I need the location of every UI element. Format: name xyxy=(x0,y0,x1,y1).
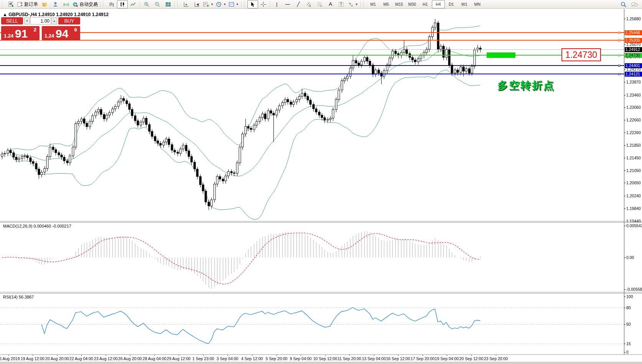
buy-price-display[interactable]: 1.24 94 6 xyxy=(42,26,80,40)
panel-splitter[interactable] xyxy=(0,292,642,292)
new-chart-button[interactable] xyxy=(5,0,16,8)
trendline-tool-button[interactable]: ╱ xyxy=(293,0,304,8)
chat-button[interactable] xyxy=(629,0,640,9)
sell-button[interactable]: SELL xyxy=(1,17,23,25)
templates-dropdown[interactable]: ▼ xyxy=(227,0,240,8)
signals-button[interactable] xyxy=(61,0,71,8)
price-tick-label: 1.23060 xyxy=(626,105,641,110)
price-tick-label: 1.21450 xyxy=(626,156,641,160)
indicators-dropdown[interactable]: ▼ xyxy=(202,0,215,8)
time-tick-label: 13 Sep 04:00 xyxy=(362,356,386,361)
pivot-highlight-rectangle[interactable] xyxy=(487,52,515,58)
rsi-label: RSI(14) 56.3867 xyxy=(3,295,34,299)
new-order-label: 新订单 xyxy=(24,1,38,8)
main-price-chart[interactable] xyxy=(0,11,624,221)
support-line-2[interactable] xyxy=(0,74,624,74)
rsi-indicator-panel[interactable] xyxy=(0,293,624,354)
timeframe-w1-button[interactable]: W1 xyxy=(458,0,471,8)
time-tick-label: 16 Sep 12:00 xyxy=(386,356,410,361)
turning-point-annotation[interactable]: 多空转折点 xyxy=(497,79,555,92)
autoscroll-button[interactable] xyxy=(181,0,191,8)
mql5-book-button[interactable] xyxy=(39,0,50,8)
time-tick-label: 5 Sep 20:00 xyxy=(266,356,288,361)
pivot-line[interactable] xyxy=(0,55,624,56)
fibonacci-tool-button[interactable]: F xyxy=(314,0,325,8)
zoom-in-button[interactable] xyxy=(141,0,152,8)
resistance-line-1[interactable] xyxy=(0,32,624,33)
resistance-line-2[interactable] xyxy=(0,40,624,41)
timeframe-m30-button[interactable]: M30 xyxy=(406,0,419,8)
time-tick-label: 23 Sep 20:00 xyxy=(484,356,508,361)
crosshair-tool-button[interactable] xyxy=(258,0,269,8)
label-tool-button[interactable]: T xyxy=(336,0,347,8)
volume-increase-button[interactable]: ▲ xyxy=(51,17,57,25)
timeframe-d1-button[interactable]: D1 xyxy=(445,0,458,8)
support-line-2-price-label: 1.24121 xyxy=(625,72,642,77)
support-line-1[interactable] xyxy=(0,65,624,66)
periods-dropdown[interactable]: ▼ xyxy=(215,0,227,8)
volume-input[interactable] xyxy=(30,17,51,25)
price-tick-label: 1.23870 xyxy=(626,80,641,84)
volume-decrease-button[interactable]: ▼ xyxy=(24,17,30,25)
rsi-tick-label: 80 xyxy=(626,305,631,310)
window-collapse-arrow[interactable]: ▲ xyxy=(3,12,7,17)
hline-tool-button[interactable]: — xyxy=(282,0,293,8)
time-tick-label: 29 Aug 12:00 xyxy=(167,356,191,361)
time-tick-label: 4 Sep 12:00 xyxy=(241,356,263,361)
timeframe-m5-button[interactable]: M5 xyxy=(380,0,393,8)
timeframe-mn-button[interactable]: MN xyxy=(471,0,484,8)
macd-tick-label: -0.005583 xyxy=(626,287,642,292)
tile-windows-button[interactable] xyxy=(163,0,173,8)
chart-shift-button[interactable] xyxy=(191,0,202,8)
rsi-tick-label: 15 xyxy=(626,341,631,346)
indicators-icon xyxy=(203,2,209,7)
arrows-dropdown[interactable]: ▼ xyxy=(347,0,359,8)
time-tick-label: 19 Sep 04:00 xyxy=(435,356,459,361)
macd-indicator-panel[interactable] xyxy=(0,222,624,292)
vline-tool-button[interactable]: | xyxy=(272,0,282,8)
resistance-line-2-handle[interactable] xyxy=(618,39,620,41)
bar-chart-mode-button[interactable] xyxy=(106,0,117,8)
channel-tool-button[interactable]: E xyxy=(304,0,314,8)
price-annotation-box[interactable]: 1.24730 xyxy=(561,48,601,61)
new-chart-icon xyxy=(8,2,14,7)
template-icon xyxy=(229,2,234,7)
macd-label: MACD(12,26,9) 0.000460 -0.000217 xyxy=(3,224,71,228)
text-tool-button[interactable]: A xyxy=(325,0,336,8)
time-tick-label: 26 Aug 20:00 xyxy=(118,356,142,361)
zoom-out-button[interactable] xyxy=(152,0,163,8)
zoom-out-icon xyxy=(155,2,160,7)
autotrade-label: 自动交易 xyxy=(79,1,98,8)
price-tick-label: 1.24670 xyxy=(626,54,641,59)
community-button[interactable] xyxy=(50,0,61,8)
mql5-book-icon xyxy=(42,2,48,7)
candle-chart-icon xyxy=(120,2,125,7)
buy-button[interactable]: BUY xyxy=(58,17,80,25)
resistance-line-1-handle[interactable] xyxy=(618,32,620,34)
timeframe-h1-button[interactable]: H1 xyxy=(419,0,432,8)
new-order-button[interactable]: 新订单 xyxy=(16,0,39,8)
sell-price-display[interactable]: 1.24 91 2 xyxy=(1,26,40,40)
autotrade-icon xyxy=(72,2,78,7)
support-line-1-handle[interactable] xyxy=(618,65,620,67)
bar-chart-icon xyxy=(109,2,115,7)
timeframe-m15-button[interactable]: M15 xyxy=(393,0,406,8)
one-click-trading-panel: SELL ▼ ▲ BUY 1.24 91 2 1.24 94 6 xyxy=(1,17,80,40)
candle-chart-mode-button[interactable] xyxy=(117,0,128,8)
timeframe-h4-button[interactable]: H4 xyxy=(432,0,445,8)
chat-icon xyxy=(631,2,638,8)
search-button[interactable] xyxy=(618,0,629,9)
pivot-line-price-label: 1.24730 xyxy=(625,53,642,58)
cursor-tool-button[interactable] xyxy=(247,0,258,8)
new-order-icon xyxy=(17,2,23,7)
panel-splitter[interactable] xyxy=(0,221,642,221)
timeframe-m1-button[interactable]: M1 xyxy=(367,0,380,8)
support-line-2-handle[interactable] xyxy=(618,73,620,75)
symbol-name: GBPUSD-,H4 xyxy=(8,12,37,17)
line-chart-mode-button[interactable] xyxy=(128,0,138,8)
time-tick-label: 3 Sep 04:00 xyxy=(217,356,239,361)
autotrade-button[interactable]: 自动交易 xyxy=(71,0,99,8)
price-tick-label: 1.25880 xyxy=(626,16,641,21)
price-tick-label: 1.25070 xyxy=(626,42,641,47)
pivot-line-handle[interactable] xyxy=(618,54,620,56)
